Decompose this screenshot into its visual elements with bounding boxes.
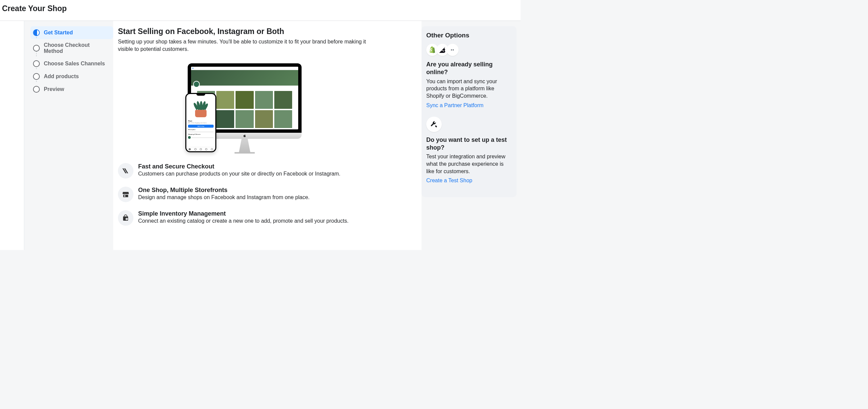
feature-storefronts: One Shop, Multiple Storefronts Design an… bbox=[118, 187, 371, 202]
feature-desc: Customers can purchase products on your … bbox=[138, 171, 340, 177]
step-label: Add products bbox=[44, 73, 79, 80]
left-gutter bbox=[0, 21, 24, 250]
partner-title: Are you already selling online? bbox=[426, 61, 512, 76]
partner-desc: You can import and sync your products fr… bbox=[426, 78, 512, 100]
create-test-shop-link[interactable]: Create a Test Shop bbox=[426, 178, 472, 183]
main-subheading: Setting up your shop takes a few minutes… bbox=[118, 38, 371, 53]
step-indicator-icon bbox=[33, 29, 40, 36]
step-indicator-icon bbox=[33, 45, 40, 52]
feature-desc: Connect an existing catalog or create a … bbox=[138, 218, 348, 224]
feature-title: Fast and Secure Checkout bbox=[138, 163, 340, 170]
page-title: Create Your Shop bbox=[2, 4, 519, 13]
test-shop-desc: Test your integration and preview what t… bbox=[426, 153, 512, 175]
storefront-icon bbox=[118, 187, 133, 202]
feature-title: Simple Inventory Management bbox=[138, 210, 348, 217]
main-content: Start Selling on Facebook, Instagram or … bbox=[113, 21, 376, 250]
partner-logos: •• bbox=[426, 44, 512, 56]
more-platforms-icon: •• bbox=[446, 44, 459, 56]
bag-icon bbox=[118, 210, 133, 226]
step-indicator-icon bbox=[33, 86, 40, 93]
step-indicator-icon bbox=[33, 60, 40, 67]
step-preview[interactable]: Preview bbox=[30, 83, 113, 96]
feature-title: One Shop, Multiple Storefronts bbox=[138, 187, 310, 194]
sync-partner-link[interactable]: Sync a Partner Platform bbox=[426, 102, 484, 108]
step-label: Get Started bbox=[44, 30, 73, 36]
step-indicator-icon bbox=[33, 73, 40, 80]
feature-checkout: Fast and Secure Checkout Customers can p… bbox=[118, 163, 371, 179]
test-shop-block: Do you want to set up a test shop? Test … bbox=[426, 136, 512, 184]
other-options-panel: Other Options •• Are you already selling… bbox=[422, 26, 517, 197]
partner-block: Are you already selling online? You can … bbox=[426, 61, 512, 108]
phone-mock: Plant $30 · Free shipping and returns Ad… bbox=[185, 93, 216, 152]
step-choose-channels[interactable]: Choose Sales Channels bbox=[30, 57, 113, 70]
hero-illustration: Plant $30 · Free shipping and returns Ad… bbox=[118, 59, 371, 154]
main-heading: Start Selling on Facebook, Instagram or … bbox=[118, 27, 371, 36]
tools-icon bbox=[426, 117, 442, 132]
step-get-started[interactable]: Get Started bbox=[30, 26, 113, 39]
step-label: Choose Sales Channels bbox=[44, 61, 105, 67]
other-options-heading: Other Options bbox=[426, 32, 512, 39]
step-add-products[interactable]: Add products bbox=[30, 70, 113, 83]
feature-inventory: Simple Inventory Management Connect an e… bbox=[118, 210, 371, 226]
step-label: Preview bbox=[44, 86, 64, 92]
step-choose-checkout[interactable]: Choose Checkout Method bbox=[30, 39, 113, 57]
test-shop-title: Do you want to set up a test shop? bbox=[426, 136, 512, 152]
step-label: Choose Checkout Method bbox=[44, 42, 110, 54]
feature-desc: Design and manage shops on Facebook and … bbox=[138, 194, 310, 200]
page-header: Create Your Shop bbox=[0, 0, 521, 21]
card-icon bbox=[118, 163, 133, 179]
setup-stepper: Get Started Choose Checkout Method Choos… bbox=[30, 21, 113, 250]
